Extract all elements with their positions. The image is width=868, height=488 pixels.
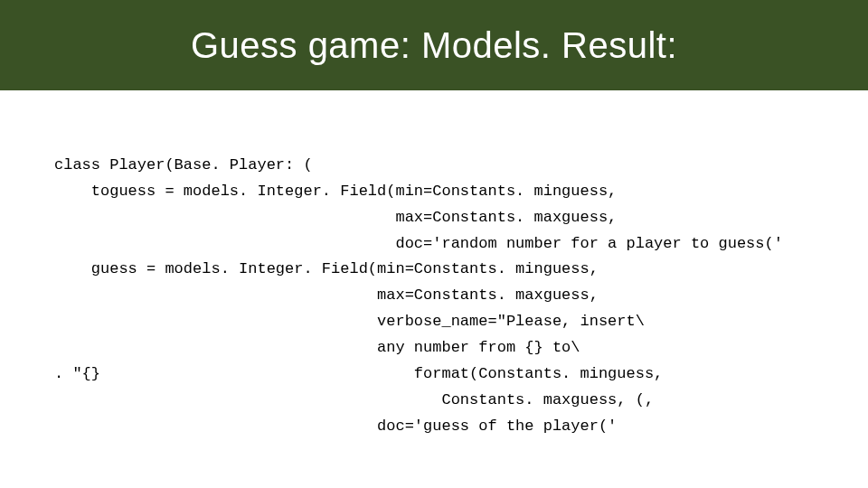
code-line: class Player(Base. Player: ( [54, 156, 313, 174]
code-line: verbose_name="Please, insert\ [54, 313, 645, 330]
title-bar: Guess game: Models. Result: [0, 0, 868, 90]
code-line: guess = models. Integer. Field(min=Const… [54, 260, 599, 277]
code-line: toguess = models. Integer. Field(min=Con… [54, 183, 617, 200]
code-block: class Player(Base. Player: ( toguess = m… [0, 90, 868, 466]
code-line: doc='guess of the player(' [54, 418, 617, 435]
code-line: doc='random number for a player to guess… [54, 235, 783, 252]
slide: Guess game: Models. Result: class Player… [0, 0, 868, 488]
slide-title: Guess game: Models. Result: [191, 25, 677, 66]
code-line: Constants. maxguess, (, [54, 391, 654, 408]
code-line: max=Constants. maxguess, [54, 286, 599, 304]
code-line: any number from {} to\ [54, 339, 580, 356]
code-line: max=Constants. maxguess, [54, 209, 617, 226]
code-line: . "{} format(Constants. minguess, [54, 365, 663, 382]
